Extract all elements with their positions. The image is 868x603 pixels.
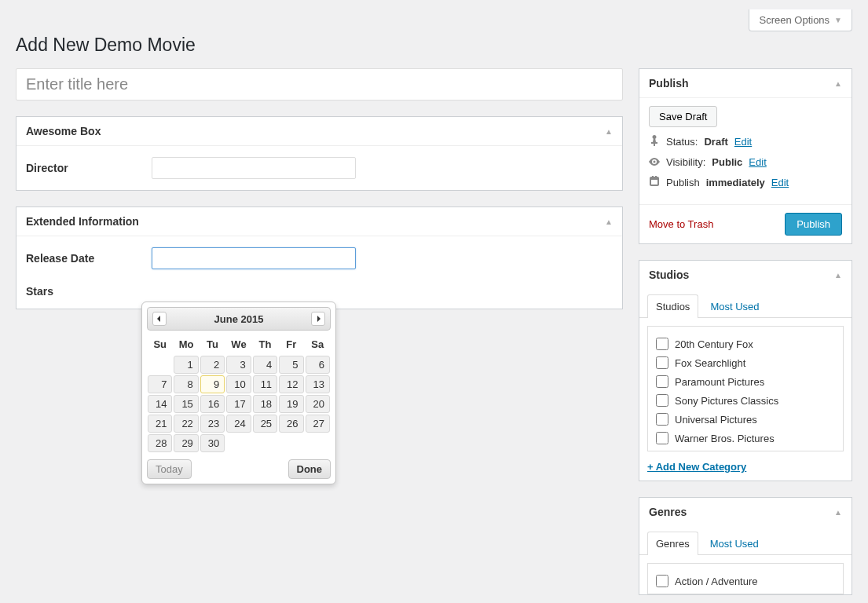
studio-checkbox[interactable] — [656, 356, 668, 369]
datepicker-weekday: We — [225, 334, 251, 355]
add-new-category-link[interactable]: + Add New Category — [647, 461, 746, 473]
page-title: Add New Demo Movie — [16, 35, 852, 56]
studio-checkbox[interactable] — [656, 338, 668, 350]
datepicker-day[interactable]: 17 — [226, 395, 251, 413]
save-draft-button[interactable]: Save Draft — [649, 106, 717, 127]
datepicker-day[interactable]: 6 — [306, 356, 330, 374]
collapse-icon[interactable]: ▲ — [605, 127, 613, 136]
pin-icon — [649, 135, 660, 148]
publish-time-label: Publish — [666, 177, 700, 188]
visibility-label: Visibility: — [666, 156, 705, 168]
move-to-trash-link[interactable]: Move to Trash — [649, 218, 713, 230]
extended-info-metabox: Extended Information ▲ Release Date Star… — [16, 206, 623, 309]
datepicker-day[interactable]: 4 — [253, 356, 277, 374]
datepicker-day[interactable]: 30 — [200, 434, 225, 452]
datepicker-day[interactable]: 21 — [148, 415, 172, 433]
datepicker-weekday: Mo — [173, 334, 199, 355]
collapse-icon[interactable]: ▲ — [834, 271, 842, 280]
studio-label: Fox Searchlight — [675, 357, 745, 369]
edit-status-link[interactable]: Edit — [734, 136, 752, 148]
awesome-box-title: Awesome Box — [26, 125, 101, 137]
datepicker-day[interactable]: 15 — [174, 395, 198, 413]
release-date-label: Release Date — [26, 252, 152, 265]
datepicker-day[interactable]: 9 — [200, 375, 225, 393]
awesome-box-metabox: Awesome Box ▲ Director — [16, 116, 623, 191]
datepicker-day[interactable]: 7 — [148, 375, 172, 393]
datepicker-day[interactable]: 5 — [279, 356, 303, 374]
extended-info-title: Extended Information — [26, 215, 139, 228]
studio-checkbox[interactable] — [656, 394, 668, 407]
datepicker-day[interactable]: 27 — [306, 415, 330, 433]
tab-genres-most-used[interactable]: Most Used — [701, 532, 767, 555]
datepicker-day[interactable]: 14 — [148, 395, 172, 413]
list-item: 20th Century Fox — [656, 334, 835, 353]
edit-publish-time-link[interactable]: Edit — [771, 177, 789, 188]
genres-title: Genres — [649, 506, 687, 518]
studio-label: 20th Century Fox — [675, 338, 753, 350]
studio-checkbox[interactable] — [656, 432, 668, 444]
datepicker-day[interactable]: 8 — [174, 375, 198, 393]
datepicker-prev-button[interactable] — [152, 312, 167, 326]
collapse-icon[interactable]: ▲ — [834, 508, 842, 517]
datepicker-day[interactable]: 25 — [253, 415, 277, 433]
datepicker-day[interactable]: 19 — [279, 395, 303, 413]
visibility-value: Public — [712, 156, 742, 168]
datepicker-day[interactable]: 11 — [253, 375, 277, 393]
collapse-icon[interactable]: ▲ — [605, 217, 613, 226]
datepicker-day[interactable]: 29 — [174, 434, 198, 452]
datepicker-weekday: Sa — [305, 334, 331, 355]
studios-title: Studios — [649, 269, 689, 281]
list-item: Paramount Pictures — [656, 372, 835, 391]
datepicker-day[interactable]: 26 — [279, 415, 303, 433]
chevron-left-icon — [156, 316, 163, 322]
datepicker-day[interactable]: 1 — [174, 356, 198, 374]
datepicker-day[interactable]: 12 — [279, 375, 303, 393]
list-item: Universal Pictures — [656, 410, 835, 429]
studio-checkbox[interactable] — [656, 413, 668, 426]
datepicker-day[interactable]: 24 — [226, 415, 251, 433]
studio-label: Paramount Pictures — [675, 376, 764, 388]
datepicker-weekday: Tu — [200, 334, 225, 355]
datepicker-day[interactable]: 18 — [253, 395, 277, 413]
datepicker-done-button[interactable]: Done — [288, 459, 331, 479]
datepicker-weekday: Su — [147, 334, 173, 355]
datepicker-day[interactable]: 16 — [200, 395, 225, 413]
edit-visibility-link[interactable]: Edit — [749, 156, 766, 168]
publish-title: Publish — [649, 77, 689, 90]
datepicker-day[interactable]: 3 — [226, 356, 251, 374]
release-date-input[interactable] — [152, 247, 356, 269]
tab-genres-all[interactable]: Genres — [647, 532, 698, 555]
genres-metabox: Genres ▲ Genres Most Used Action / Adven… — [639, 497, 852, 595]
director-label: Director — [26, 162, 152, 174]
datepicker-next-button[interactable] — [311, 312, 325, 326]
tab-studios-most-used[interactable]: Most Used — [701, 294, 767, 318]
calendar-icon — [649, 176, 660, 188]
studios-metabox: Studios ▲ Studios Most Used 20th Century… — [639, 260, 852, 481]
studio-checkbox[interactable] — [656, 375, 668, 388]
director-input[interactable] — [152, 157, 356, 179]
datepicker-day[interactable]: 10 — [226, 375, 251, 393]
datepicker-day[interactable]: 28 — [148, 434, 172, 452]
stars-label: Stars — [26, 285, 152, 298]
datepicker-title: June 2015 — [167, 313, 311, 325]
genre-checkbox[interactable] — [656, 575, 668, 587]
datepicker-today-button[interactable]: Today — [147, 459, 192, 479]
list-item: Fox Searchlight — [656, 353, 835, 372]
eye-icon — [649, 156, 660, 168]
screen-options-button[interactable]: Screen Options ▼ — [749, 9, 852, 31]
datepicker-day[interactable]: 13 — [306, 375, 330, 393]
datepicker-day[interactable]: 20 — [306, 395, 330, 413]
genre-label: Action / Adventure — [675, 576, 758, 587]
datepicker-day[interactable]: 23 — [200, 415, 225, 433]
chevron-down-icon: ▼ — [834, 16, 842, 24]
datepicker-day[interactable]: 2 — [200, 356, 225, 374]
tab-studios-all[interactable]: Studios — [647, 294, 698, 318]
collapse-icon[interactable]: ▲ — [834, 79, 842, 88]
datepicker-day[interactable]: 22 — [174, 415, 198, 433]
screen-options-label: Screen Options — [759, 14, 830, 26]
post-title-input[interactable] — [16, 68, 623, 100]
studio-label: Sony Pictures Classics — [675, 395, 778, 407]
studio-label: Universal Pictures — [675, 414, 757, 426]
publish-metabox: Publish ▲ Save Draft Status: Draft Edit — [639, 68, 852, 244]
publish-button[interactable]: Publish — [785, 213, 842, 236]
